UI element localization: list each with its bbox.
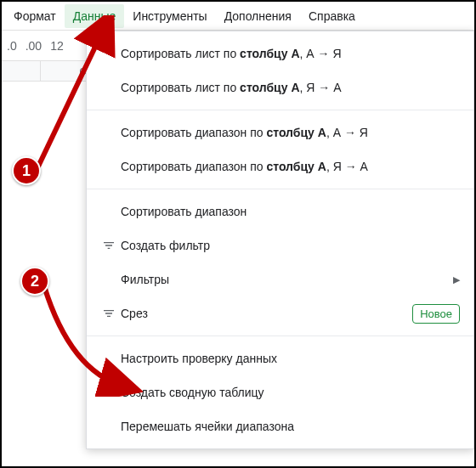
menu-data-validation[interactable]: Настроить проверку данных	[87, 341, 473, 375]
menubar: Формат Данные Инструменты Дополнения Спр…	[2, 2, 474, 31]
menu-item-label: Срез	[121, 307, 412, 320]
format-number-button[interactable]: 12	[50, 39, 64, 53]
menu-tools[interactable]: Инструменты	[124, 4, 215, 28]
menu-separator	[87, 110, 473, 110]
menu-sort-range-asc[interactable]: Сортировать диапазон по столбцу A, А → Я	[87, 116, 473, 149]
callout-1: 1	[12, 156, 41, 185]
data-menu-dropdown: Сортировать лист по столбцу A, А → Я Сор…	[86, 31, 474, 449]
menu-filters[interactable]: Фильтры ▶	[87, 262, 473, 296]
menu-item-label: Создать фильтр	[121, 239, 460, 252]
menu-separator	[87, 335, 473, 336]
decrease-decimal-button[interactable]: .0	[7, 39, 17, 53]
chevron-right-icon: ▶	[453, 274, 460, 285]
menu-slicer[interactable]: Срез Новое	[87, 296, 473, 330]
slicer-icon	[97, 307, 121, 320]
menu-item-label: Сортировать диапазон по столбцу A, Я → А	[121, 160, 460, 173]
menu-item-label: Сортировать диапазон	[121, 205, 460, 218]
menu-sort-sheet-desc[interactable]: Сортировать лист по столбцу A, Я → А	[87, 70, 473, 104]
row-header-spacer	[2, 61, 41, 81]
menu-sort-range-desc[interactable]: Сортировать диапазон по столбцу A, Я → А	[87, 149, 473, 183]
menu-sort-range[interactable]: Сортировать диапазон	[87, 195, 473, 228]
callout-2: 2	[20, 267, 49, 296]
menu-create-filter[interactable]: Создать фильтр	[87, 228, 473, 262]
menu-item-label: Сортировать лист по столбцу A, А → Я	[121, 47, 460, 60]
menu-addons[interactable]: Дополнения	[216, 4, 300, 28]
menu-item-label: Фильтры	[121, 273, 453, 286]
menu-pivot-table[interactable]: Создать сводную таблицу	[87, 375, 473, 409]
filter-icon	[97, 239, 121, 252]
menu-item-label: Создать сводную таблицу	[121, 386, 460, 399]
menu-item-label: Сортировать лист по столбцу A, Я → А	[121, 81, 460, 94]
menu-format[interactable]: Формат	[5, 4, 65, 28]
menu-sort-sheet-asc[interactable]: Сортировать лист по столбцу A, А → Я	[87, 37, 473, 70]
menu-separator	[87, 189, 473, 189]
menu-help[interactable]: Справка	[300, 4, 364, 28]
menu-item-label: Перемешать ячейки диапазона	[121, 420, 460, 433]
new-badge: Новое	[412, 304, 460, 324]
menu-data[interactable]: Данные	[65, 4, 125, 28]
menu-item-label: Сортировать диапазон по столбцу A, А → Я	[121, 126, 460, 139]
increase-decimal-button[interactable]: .00	[26, 39, 42, 53]
menu-randomize-range[interactable]: Перемешать ячейки диапазона	[87, 409, 473, 443]
menu-item-label: Настроить проверку данных	[121, 352, 460, 365]
